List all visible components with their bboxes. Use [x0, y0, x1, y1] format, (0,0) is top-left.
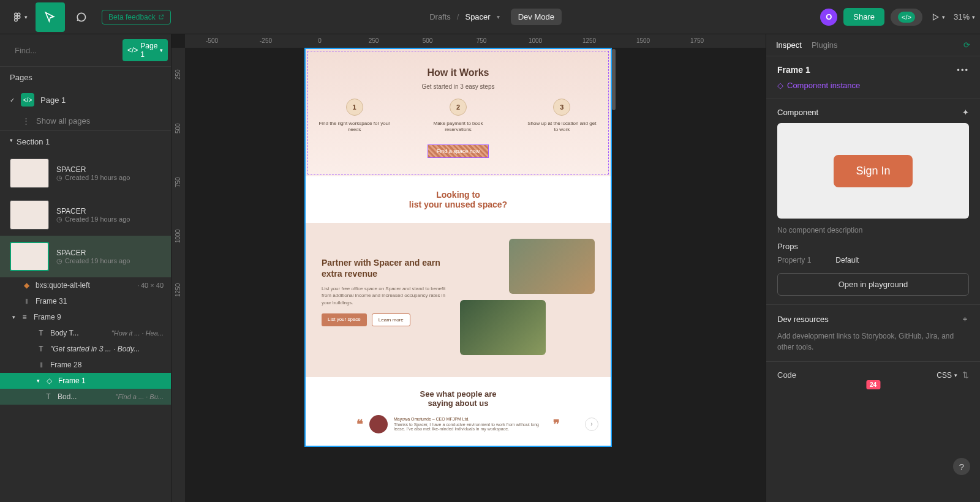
- office-image-2: [460, 300, 546, 355]
- tree-item[interactable]: ▾≡Frame 9: [0, 309, 171, 325]
- search-input[interactable]: [15, 46, 118, 55]
- tree-item[interactable]: TBod..."Find a ... · Bu...: [0, 389, 171, 405]
- dev-mode-pill[interactable]: </>: [891, 9, 922, 26]
- diamond-icon: ◇: [777, 81, 783, 90]
- learn-more-button[interactable]: Learn more: [372, 313, 410, 326]
- left-panel: </> Page 1 ▾ Pages ✓ </> Page 1 ⋮ Show a…: [0, 34, 172, 502]
- no-description: No component description: [777, 226, 969, 234]
- component-instance-link[interactable]: ◇Component instance: [777, 81, 969, 90]
- canvas-area[interactable]: -500-25002505007501000125015001750 25050…: [172, 34, 766, 502]
- list-space-button[interactable]: List your space: [322, 313, 367, 326]
- office-image-1: [509, 239, 595, 294]
- play-button[interactable]: ▾: [929, 2, 948, 32]
- quote-close-icon: ❞: [553, 417, 560, 432]
- code-icon: </>: [898, 12, 915, 23]
- layer-thumb-selected[interactable]: SPACER◷Created 19 hours ago: [0, 236, 171, 277]
- tree-item[interactable]: ⦀Frame 28: [0, 357, 171, 373]
- tree-item-selected[interactable]: ▾◇Frame 1: [0, 373, 171, 389]
- section-header[interactable]: Section 1: [17, 137, 50, 146]
- pages-header: Pages: [0, 66, 171, 88]
- tab-inspect[interactable]: Inspect: [776, 40, 802, 50]
- tab-plugins[interactable]: Plugins: [812, 40, 838, 50]
- signin-button-preview: Sign In: [834, 155, 912, 187]
- plus-icon[interactable]: ＋: [961, 313, 969, 324]
- main-toolbar: ▾ Beta feedback Drafts / Spacer ▾ Dev Mo…: [0, 0, 980, 34]
- move-tool[interactable]: [36, 2, 65, 32]
- scrollbar-thumb[interactable]: [612, 49, 616, 110]
- figma-menu[interactable]: ▾: [5, 2, 34, 32]
- more-icon[interactable]: •••: [957, 66, 969, 75]
- clock-icon: ◷: [56, 215, 62, 223]
- dev-resources-body: Add development links to Storybook, GitH…: [777, 331, 969, 353]
- selection-badge: 24: [866, 380, 880, 389]
- ruler-horizontal: -500-25002505007501000125015001750: [185, 34, 766, 48]
- chevron-down-icon[interactable]: ▾: [497, 13, 500, 20]
- breadcrumb-drafts[interactable]: Drafts: [429, 12, 451, 21]
- layer-thumb[interactable]: SPACER◷Created 19 hours ago: [0, 152, 171, 194]
- clock-icon: ◷: [56, 257, 62, 265]
- list-title-1: Looking to: [319, 190, 597, 200]
- comment-tool[interactable]: [66, 2, 96, 32]
- list-title-2: list your unused space?: [319, 200, 597, 209]
- inspect-panel: Inspect Plugins ⟳ Frame 1••• ◇Component …: [766, 34, 980, 502]
- clock-icon: ◷: [56, 174, 62, 182]
- code-icon: </>: [21, 93, 34, 107]
- page-row[interactable]: ✓ </> Page 1: [0, 88, 171, 111]
- dev-mode-toggle[interactable]: Dev Mode: [511, 9, 562, 25]
- show-all-pages[interactable]: ⋮ Show all pages: [0, 111, 171, 130]
- code-header: Code: [777, 370, 796, 380]
- svg-point-4: [17, 15, 20, 18]
- testimonial-avatar: [369, 415, 388, 433]
- component-set-icon[interactable]: ✦: [962, 108, 969, 117]
- page-chip[interactable]: </> Page 1 ▾: [123, 39, 168, 61]
- layers-panel: SPACER◷Created 19 hours ago SPACER◷Creat…: [0, 152, 171, 502]
- zoom-level[interactable]: 31% ▾: [954, 12, 975, 21]
- sync-icon[interactable]: ⟳: [963, 40, 970, 50]
- how-title: How it Works: [318, 67, 598, 78]
- selection-title: Frame 1: [777, 65, 810, 75]
- open-playground-button[interactable]: Open in playground: [777, 273, 969, 296]
- ruler-vertical: 25050075010001250: [172, 48, 185, 502]
- tree-item[interactable]: TBody T..."How it ... · Hea...: [0, 325, 171, 341]
- component-preview: Sign In: [777, 123, 969, 219]
- partner-body: List your free office space on Spacer an…: [322, 285, 450, 306]
- beta-feedback-button[interactable]: Beta feedback: [102, 10, 171, 24]
- user-avatar[interactable]: O: [820, 9, 837, 26]
- share-button[interactable]: Share: [843, 8, 884, 26]
- partner-title: Partner with Spacer and earn extra reven…: [322, 257, 450, 279]
- cta-button[interactable]: Find a space now: [428, 144, 489, 158]
- quote-open-icon: ❝: [356, 417, 363, 432]
- tree-item[interactable]: T"Get started in 3 ... · Body...: [0, 341, 171, 357]
- svg-point-2: [14, 18, 17, 21]
- design-frame[interactable]: How it Works Get started in 3 easy steps…: [304, 48, 612, 447]
- breadcrumb-file[interactable]: Spacer: [465, 12, 490, 21]
- tree-item[interactable]: ◆bxs:quote-alt-left· 40 × 40: [0, 277, 171, 293]
- how-subtitle: Get started in 3 easy steps: [318, 83, 598, 90]
- next-arrow[interactable]: ›: [585, 418, 598, 431]
- layer-thumb[interactable]: SPACER◷Created 19 hours ago: [0, 194, 171, 236]
- tree-item[interactable]: ⦀Frame 31: [0, 293, 171, 309]
- settings-icon[interactable]: ⇅: [962, 370, 969, 380]
- help-button[interactable]: ?: [953, 458, 970, 475]
- code-language-select[interactable]: CSS ▾: [937, 371, 957, 380]
